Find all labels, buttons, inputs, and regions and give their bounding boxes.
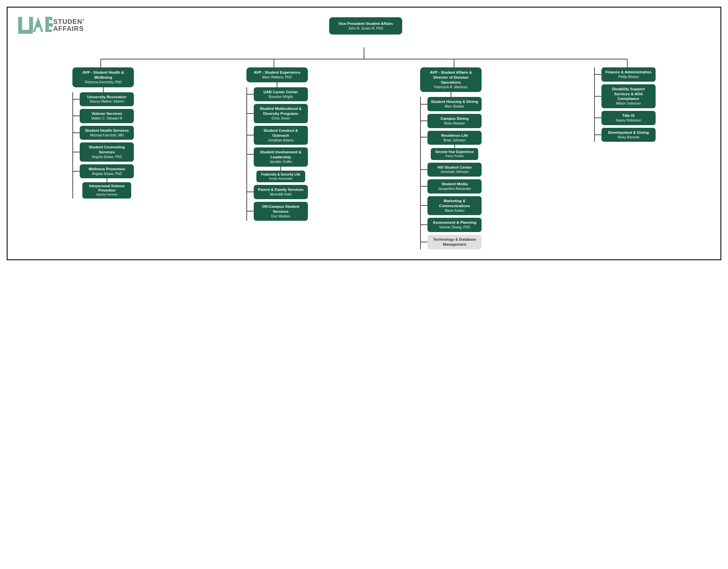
four-columns: AVP - Student Health & Wellbeing Rebecca… xyxy=(18,67,710,249)
svg-marker-3 xyxy=(33,17,43,32)
col2: AVP - Student Experience Mary Wallace, P… xyxy=(192,67,363,221)
dss-row: Disability Support Services & ADA Compli… xyxy=(595,84,656,108)
shd-box: Student Housing & Dining Marc Booker xyxy=(427,97,482,111)
sil-name: Jennifer Griffin xyxy=(256,160,305,164)
pfs-row: Parent & Family Services Meredith Kahl xyxy=(247,185,308,199)
sil-row: Student Involvement & Leadership Jennife… xyxy=(247,147,308,182)
cd-row: Campus Dining Brian Bowser xyxy=(421,114,482,128)
uni-rec-box: University Recreation Stacey Maline, Int… xyxy=(80,92,134,107)
col1: AVP - Student Health & Wellbeing Rebecca… xyxy=(18,67,189,199)
svg-rect-0 xyxy=(18,17,22,32)
sm-title: Student Media xyxy=(430,182,479,187)
avp1-name: Rebecca Kennedy, PhD xyxy=(76,80,131,85)
sye-name: Paton Roden xyxy=(433,154,476,158)
scs-title: Student Counseling Services xyxy=(82,145,131,155)
avp3-title: AVP - Student Affairs & Director of Divi… xyxy=(423,70,478,85)
vet-row: Veteran Services Walter C. Stewart III xyxy=(73,109,134,123)
sye-box: Second Year Experience Paton Roden xyxy=(431,148,478,160)
uni-rec-name: Stacey Maline, Interim xyxy=(82,99,131,104)
scs-row: Student Counseling Services Angela Stowe… xyxy=(73,142,134,162)
svg-rect-2 xyxy=(29,17,33,32)
vp-name: John R. Jones III, PhD xyxy=(334,26,397,31)
fsl-name: Scotty Rainwater xyxy=(259,177,303,181)
logo-area: STUDENT AFFAIRS xyxy=(18,14,84,38)
shs-name: Michael Faircloth, MD xyxy=(82,133,131,138)
rl-box: Residence Life Brian Johnson xyxy=(427,131,482,145)
fa-box: Finance & Administration Phillip Bivens xyxy=(601,67,656,82)
hsc-row: Hill Student Center Jeremiah Johnson xyxy=(421,163,482,177)
shs-row: Student Health Services Michael Fairclot… xyxy=(73,126,134,140)
shd-title: Student Housing & Dining xyxy=(430,99,479,104)
dg-name: Nicky Bennett xyxy=(604,135,653,140)
dss-box: Disability Support Services & ADA Compli… xyxy=(601,84,656,108)
avp1-title: AVP - Student Health & Wellbeing xyxy=(76,70,131,80)
pfs-title: Parent & Family Services xyxy=(256,187,305,192)
svg-rect-4 xyxy=(36,25,41,27)
sm-row: Student Media Jacqueline Alexander xyxy=(421,179,482,194)
sil-col: Student Involvement & Leadership Jennife… xyxy=(254,147,308,182)
ap-title: Assessment & Planning xyxy=(430,220,479,225)
fa-row: Finance & Administration Phillip Bivens xyxy=(595,67,656,82)
col3-branches: Student Housing & Dining Marc Booker Cam… xyxy=(420,97,482,249)
scs-name: Angela Stowe, PhD xyxy=(82,155,131,159)
sco-row: Student Conduct & Outreach Jonathan Adam… xyxy=(247,126,308,145)
col4-branches: Finance & Administration Phillip Bivens … xyxy=(594,67,656,142)
vet-title: Veteran Services xyxy=(82,111,131,116)
ucc-title: UAB Career Center xyxy=(256,90,305,95)
col1-node-list: University Recreation Stacey Maline, Int… xyxy=(73,92,134,199)
col2-branches: UAB Career Center Brandon Wright Student… xyxy=(246,87,308,221)
dss-title: Disability Support Services & ADA Compli… xyxy=(604,87,653,102)
sco-title: Student Conduct & Outreach xyxy=(256,128,305,138)
ap-name: Yanmei Zhang, PhD xyxy=(430,225,479,230)
col2-node-list: UAB Career Center Brandon Wright Student… xyxy=(247,87,308,221)
cd-box: Campus Dining Brian Bowser xyxy=(427,114,482,128)
fa-name: Phillip Bivens xyxy=(604,75,653,79)
dss-name: Allison Solomon xyxy=(604,101,653,106)
rl-name: Brian Johnson xyxy=(430,138,479,143)
smdp-box: Student Multicultural & Diversity Progra… xyxy=(254,104,308,123)
ucc-row: UAB Career Center Brandon Wright xyxy=(247,87,308,102)
col3-node-list: Student Housing & Dining Marc Booker Cam… xyxy=(421,97,482,249)
pfs-box: Parent & Family Services Meredith Kahl xyxy=(254,185,308,199)
page-container: STUDENT AFFAIRS Vice President Student A… xyxy=(7,7,721,260)
avp3-box: AVP - Student Affairs & Director of Divi… xyxy=(420,67,482,92)
wp-name: Angela Stowe, PhD xyxy=(82,172,131,176)
fsl-box: Fraternity & Sorority Life Scotty Rainwa… xyxy=(256,171,305,182)
rl-row: Residence Life Brian Johnson Second Year… xyxy=(421,131,482,160)
ap-row: Assessment & Planning Yanmei Zhang, PhD xyxy=(421,218,482,232)
shs-title: Student Health Services xyxy=(82,128,131,133)
col4: Finance & Administration Phillip Bivens … xyxy=(539,67,711,142)
wp-box: Wellness Promotion Angela Stowe, PhD xyxy=(80,164,134,179)
tix-name: Kasey Robinson xyxy=(604,118,653,123)
shd-row: Student Housing & Dining Marc Booker xyxy=(421,97,482,111)
scs-box: Student Counseling Services Angela Stowe… xyxy=(80,142,134,162)
sco-box: Student Conduct & Outreach Jonathan Adam… xyxy=(254,126,308,145)
smdp-title: Student Multicultural & Diversity Progra… xyxy=(256,106,305,116)
svg-rect-10 xyxy=(45,30,52,32)
fsl-title: Fraternity & Sorority Life xyxy=(259,172,303,177)
sil-box: Student Involvement & Leadership Jennife… xyxy=(254,147,308,167)
ocss-title: Off-Campus Student Services xyxy=(256,204,305,214)
ocss-row: Off-Campus Student Services Dori Weldon xyxy=(247,202,308,221)
wp-row: Wellness Promotion Angela Stowe, PhD Int… xyxy=(73,164,134,199)
avp2-box: AVP - Student Experience Mary Wallace, P… xyxy=(246,67,308,82)
ucc-box: UAB Career Center Brandon Wright xyxy=(254,87,308,102)
sm-box: Student Media Jacqueline Alexander xyxy=(427,179,482,194)
svg-rect-7 xyxy=(49,17,53,21)
mc-box: Marketing & Communications Marie Sutton xyxy=(427,196,482,216)
hsc-name: Jeremiah Johnson xyxy=(430,170,479,174)
mc-title: Marketing & Communications xyxy=(430,199,479,209)
sm-name: Jacqueline Alexander xyxy=(430,187,479,191)
shd-name: Marc Booker xyxy=(430,104,479,109)
col4-node-list: Finance & Administration Phillip Bivens … xyxy=(595,67,656,142)
ivp-title: Interpersonal Violence Prevention xyxy=(85,184,129,193)
avp1-box: AVP - Student Health & Wellbeing Rebecca… xyxy=(72,67,134,87)
dg-box: Development & Giving Nicky Bennett xyxy=(601,128,656,142)
dg-title: Development & Giving xyxy=(604,130,653,135)
tix-box: Title IX Kasey Robinson xyxy=(601,111,656,125)
wp-title: Wellness Promotion xyxy=(82,167,131,172)
smdp-row: Student Multicultural & Diversity Progra… xyxy=(247,104,308,123)
mc-row: Marketing & Communications Marie Sutton xyxy=(421,196,482,216)
smdp-name: Chris Jones xyxy=(256,116,305,121)
tdm-row: Technology & Database Management xyxy=(421,235,482,249)
